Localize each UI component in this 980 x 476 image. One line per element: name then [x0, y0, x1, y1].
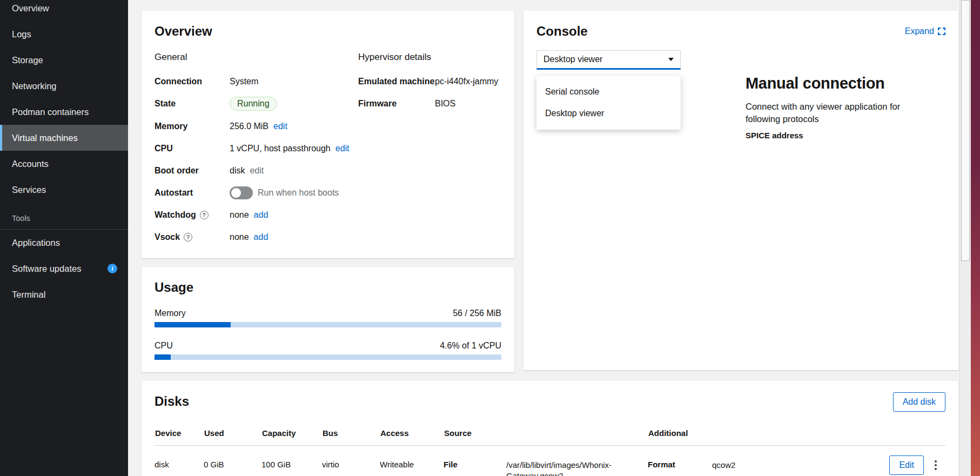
header-additional: Additional	[648, 428, 887, 438]
firmware-row: Firmware BIOS	[358, 97, 501, 110]
manual-connection-description: Connect with any viewer application for …	[746, 100, 936, 126]
console-type-menu: Serial console Desktop viewer	[536, 76, 681, 130]
format-value: qcow2	[712, 460, 887, 471]
status-badge-running: Running	[230, 97, 277, 111]
console-card: Console Expand Desktop viewer Serial con…	[523, 11, 958, 370]
disks-table-header: Device Used Capacity Bus Access Source A…	[155, 428, 945, 446]
sidebar-item-overview[interactable]: Overview	[0, 0, 128, 21]
cell-device: disk	[155, 460, 204, 469]
menu-item-serial-console[interactable]: Serial console	[536, 81, 681, 103]
general-heading: General	[155, 52, 358, 63]
menu-item-desktop-viewer[interactable]: Desktop viewer	[536, 103, 681, 124]
emulated-machine-row: Emulated machine pc-i440fx-jammy	[358, 75, 501, 88]
cpu-usage-label: CPU	[155, 341, 173, 351]
memory-usage-row: Memory 56 / 256 MiB	[155, 309, 501, 327]
expand-console-button[interactable]: Expand	[905, 26, 945, 36]
sidebar-nav-list: Overview Logs Storage Networking Podman …	[0, 0, 128, 203]
boot-order-label: Boot order	[155, 166, 230, 176]
overview-card-title: Overview	[155, 24, 501, 39]
autostart-row: Autostart Run when host boots	[155, 186, 358, 199]
usage-card: Usage Memory 56 / 256 MiB CPU 4.6% of 1 …	[142, 267, 514, 372]
watchdog-row: Watchdog ? none add	[155, 208, 358, 222]
cpu-progress-fill	[155, 354, 171, 360]
sidebar-item-podman-containers[interactable]: Podman containers	[0, 99, 128, 125]
chevron-down-icon	[668, 58, 674, 61]
sidebar-item-label: Software updates	[12, 264, 81, 274]
format-label: Format	[648, 460, 712, 471]
autostart-toggle[interactable]	[230, 186, 253, 199]
edit-disk-button[interactable]: Edit	[889, 455, 924, 475]
expand-icon	[938, 28, 945, 35]
page-scrollbar[interactable]	[959, 0, 971, 476]
connection-value: System	[230, 77, 358, 86]
spice-address-label: SPICE address	[746, 131, 936, 140]
console-type-selected-value: Desktop viewer	[543, 55, 602, 64]
manual-connection-title: Manual connection	[746, 75, 936, 92]
source-path-value: /var/lib/libvirt/images/Whonix-Gateway.q…	[506, 460, 620, 476]
vsock-add-link[interactable]: add	[254, 232, 269, 242]
sidebar-item-terminal[interactable]: Terminal	[0, 281, 128, 307]
info-icon: i	[108, 264, 117, 273]
autostart-label: Autostart	[155, 188, 230, 198]
add-disk-button[interactable]: Add disk	[893, 392, 945, 412]
firmware-label: Firmware	[358, 99, 435, 109]
sidebar-item-accounts[interactable]: Accounts	[0, 151, 128, 177]
sidebar-item-software-updates[interactable]: Software updates i	[0, 256, 128, 281]
cpu-edit-link[interactable]: edit	[335, 144, 350, 153]
emulated-machine-label: Emulated machine	[358, 77, 435, 86]
header-source: Source	[444, 428, 648, 438]
memory-label: Memory	[155, 122, 230, 131]
state-label: State	[155, 99, 230, 109]
header-device: Device	[155, 428, 204, 438]
cpu-label: CPU	[155, 144, 230, 153]
state-row: State Running	[155, 97, 358, 111]
source-type-label: File	[444, 460, 506, 476]
sidebar-item-storage[interactable]: Storage	[0, 47, 128, 73]
manual-connection-section: Manual connection Connect with any viewe…	[746, 75, 936, 140]
sidebar-item-logs[interactable]: Logs	[0, 21, 128, 47]
usage-card-title: Usage	[155, 280, 501, 295]
boot-order-edit-link[interactable]: edit	[250, 166, 264, 176]
scrollbar-thumb[interactable]	[961, 0, 970, 261]
watchdog-add-link[interactable]: add	[254, 210, 269, 220]
disks-card-title: Disks	[155, 394, 945, 409]
sidebar-item-applications[interactable]: Applications	[0, 230, 128, 256]
cpu-value: 1 vCPU, host passthrough	[230, 144, 331, 153]
overview-hypervisor-column: Hypervisor details Emulated machine pc-i…	[358, 52, 501, 252]
overview-card: Overview General Connection System State…	[142, 11, 514, 258]
header-access: Access	[380, 428, 444, 438]
kebab-menu-icon[interactable]	[932, 457, 939, 473]
toggle-knob	[231, 188, 241, 198]
sidebar: Overview Logs Storage Networking Podman …	[0, 0, 128, 476]
disks-card: Disks Add disk Device Used Capacity Bus …	[142, 381, 958, 476]
watchdog-value: none	[230, 210, 249, 220]
console-type-select[interactable]: Desktop viewer	[536, 50, 681, 70]
help-icon[interactable]: ?	[200, 211, 209, 219]
overview-general-column: General Connection System State Running …	[155, 52, 358, 252]
cell-capacity: 100 GiB	[261, 460, 322, 469]
table-row: disk 0 GiB 100 GiB virtio Writeable File…	[155, 446, 945, 476]
memory-edit-link[interactable]: edit	[273, 122, 287, 131]
sidebar-tools-heading: Tools	[0, 214, 128, 229]
emulated-machine-value: pc-i440fx-jammy	[435, 77, 501, 86]
cpu-progress-bar	[155, 354, 501, 360]
cell-used: 0 GiB	[204, 460, 261, 469]
autostart-description: Run when host boots	[258, 188, 339, 198]
sidebar-item-virtual-machines[interactable]: Virtual machines	[0, 125, 128, 151]
memory-usage-value: 56 / 256 MiB	[453, 309, 501, 318]
vsock-value: none	[230, 232, 249, 242]
header-capacity: Capacity	[262, 428, 323, 438]
watchdog-label: Watchdog	[155, 210, 196, 220]
sidebar-item-networking[interactable]: Networking	[0, 73, 128, 99]
vsock-label: Vsock	[155, 232, 180, 242]
main-content: Overview General Connection System State…	[128, 0, 959, 476]
cpu-usage-row: CPU 4.6% of 1 vCPU	[155, 341, 501, 360]
hypervisor-heading: Hypervisor details	[358, 52, 501, 63]
connection-label: Connection	[155, 77, 230, 86]
header-bus: Bus	[323, 428, 380, 438]
cpu-row: CPU 1 vCPU, host passthrough edit	[155, 142, 358, 155]
sidebar-item-services[interactable]: Services	[0, 177, 128, 203]
help-icon[interactable]: ?	[184, 233, 192, 242]
memory-row: Memory 256.0 MiB edit	[155, 119, 358, 133]
console-card-title: Console	[536, 24, 588, 39]
